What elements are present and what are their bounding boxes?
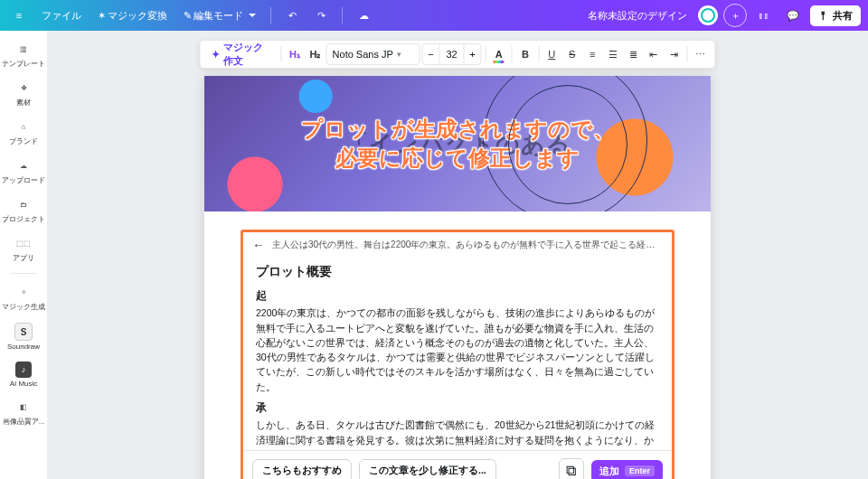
rail-apps[interactable]: ⬚⬚ アプリ xyxy=(0,230,47,268)
comment-icon[interactable]: 💬 xyxy=(781,4,805,27)
divider xyxy=(538,46,539,62)
divider xyxy=(512,46,513,62)
rail-upload[interactable]: ☁ アップロード xyxy=(0,153,47,190)
magic-write-label: マジック作文 xyxy=(223,41,272,68)
magic-write-button[interactable]: ✦ マジック作文 xyxy=(206,44,278,64)
undo-button[interactable]: ↶ xyxy=(280,4,304,27)
divider xyxy=(270,7,271,23)
recommend-button[interactable]: こちらもおすすめ xyxy=(252,459,352,479)
font-family-label: Noto Sans JP xyxy=(333,49,393,60)
rail-elements[interactable]: ❖ 素材 xyxy=(0,75,47,112)
instruction-overlay: プロットが生成されますので、 必要に応じて修正します xyxy=(204,76,711,211)
section-sho-body: しかし、ある日、タケルは古びた図書館で偶然にも、20世紀から21世紀初頭にかけて… xyxy=(256,418,659,450)
ai-music-icon: ♪ xyxy=(15,362,32,378)
h1-button[interactable]: H₁ xyxy=(286,43,304,65)
rail-image-quality-label: 画像品質ア... xyxy=(3,417,45,427)
page-banner: 「インパクトのある プロットが生成されますので、 必要に応じて修正します xyxy=(204,76,711,211)
section-sho-heading: 承 xyxy=(256,399,659,417)
rail-brand[interactable]: ⌂ ブランド xyxy=(0,114,47,151)
divider xyxy=(281,46,282,62)
rail-project[interactable]: 🗀 プロジェクト xyxy=(0,192,47,229)
folder-icon: 🗀 xyxy=(15,196,32,212)
rail-upload-label: アップロード xyxy=(2,175,45,185)
section-ki-heading: 起 xyxy=(256,287,659,305)
add-button-label: 追加 xyxy=(599,465,619,478)
wand-icon: ✦ xyxy=(212,49,220,61)
add-member-button[interactable]: ＋ xyxy=(723,4,747,27)
redo-button[interactable]: ↷ xyxy=(309,4,333,27)
rail-elements-label: 素材 xyxy=(16,98,31,108)
rail-brand-label: ブランド xyxy=(9,136,38,146)
rail-template[interactable]: ▥ テンプレート xyxy=(0,36,47,73)
divider xyxy=(486,46,486,62)
font-family-select[interactable]: Noto Sans JP ▾ xyxy=(326,43,420,65)
pencil-icon: ✎ xyxy=(184,10,192,22)
upload-cloud-icon: ☁ xyxy=(15,157,32,174)
rail-soundraw[interactable]: S Soundraw xyxy=(0,318,47,355)
image-quality-icon: ◧ xyxy=(15,399,32,415)
file-menu[interactable]: ファイル xyxy=(36,5,87,26)
font-size-incr[interactable]: + xyxy=(465,49,481,60)
indent-decrease-button[interactable]: ⇤ xyxy=(644,43,662,65)
panel-footer: こちらもおすすめ この文章を少し修正する... ⧉ 追加 Enter xyxy=(243,450,672,479)
list-bullet-button[interactable]: ☰ xyxy=(603,43,621,65)
share-label: 共有 xyxy=(833,9,853,23)
rail-apps-label: アプリ xyxy=(13,253,34,263)
menu-icon[interactable]: ≡ xyxy=(7,4,31,27)
copy-button[interactable]: ⧉ xyxy=(559,458,584,479)
rail-project-label: プロジェクト xyxy=(2,214,45,224)
sparkle-icon: ✶ xyxy=(98,10,106,22)
magic-switch-label: マジック変換 xyxy=(108,9,167,23)
magic-switch-button[interactable]: ✶ マジック変換 xyxy=(92,5,173,26)
rail-magic-gen[interactable]: ✧ マジック生成 xyxy=(0,279,47,316)
strike-button[interactable]: S xyxy=(563,43,581,65)
soundraw-icon: S xyxy=(14,323,33,341)
instruction-overlay-line1: プロットが生成されますので、 xyxy=(301,115,615,144)
magic-write-panel: ← 主人公は30代の男性。舞台は2200年の東京。あらゆるものが無料で手に入る世… xyxy=(241,230,675,479)
brand-icon: ⌂ xyxy=(15,118,32,135)
indent-increase-button[interactable]: ⇥ xyxy=(665,43,683,65)
rail-ai-music[interactable]: ♪ AI Music xyxy=(0,357,47,392)
font-size-decr[interactable]: − xyxy=(423,49,439,60)
list-number-button[interactable]: ≣ xyxy=(624,43,642,65)
bold-button[interactable]: B xyxy=(516,43,534,65)
instruction-overlay-line2: 必要に応じて修正します xyxy=(335,144,580,173)
format-toolbar: ✦ マジック作文 H₁ H₂ Noto Sans JP ▾ − 32 + A B… xyxy=(200,40,716,69)
brand-avatar[interactable] xyxy=(698,5,718,25)
cloud-sync-icon[interactable]: ☁ xyxy=(352,4,375,27)
elements-icon: ❖ xyxy=(15,80,32,96)
apps-icon: ⬚⬚ xyxy=(15,235,32,251)
design-name[interactable]: 名称未設定のデザイン xyxy=(582,5,693,26)
edit-mode-dropdown[interactable]: ✎ 編集モード xyxy=(178,5,261,26)
underline-button[interactable]: U xyxy=(542,43,561,65)
left-rail: ▥ テンプレート ❖ 素材 ⌂ ブランド ☁ アップロード 🗀 プロジェクト ⬚… xyxy=(0,31,48,479)
font-size-stepper: − 32 + xyxy=(422,43,482,65)
rail-template-label: テンプレート xyxy=(2,59,45,69)
enter-hint: Enter xyxy=(625,465,655,476)
plot-title: プロット概要 xyxy=(256,262,659,282)
rail-magic-gen-label: マジック生成 xyxy=(2,302,45,312)
upload-icon: ⭱ xyxy=(818,10,828,21)
section-ki-body: 2200年の東京は、かつての都市の面影を残しながらも、技術の進歩によりあらゆるも… xyxy=(256,305,659,394)
align-button[interactable]: ≡ xyxy=(583,43,601,65)
panel-body[interactable]: プロット概要 起 2200年の東京は、かつての都市の面影を残しながらも、技術の進… xyxy=(243,257,672,450)
document-page: 「インパクトのある プロットが生成されますので、 必要に応じて修正します ← 主… xyxy=(204,76,711,479)
divider xyxy=(342,7,343,23)
template-icon: ▥ xyxy=(15,41,32,57)
add-button[interactable]: 追加 Enter xyxy=(591,460,663,480)
rail-image-quality[interactable]: ◧ 画像品質ア... xyxy=(0,394,47,431)
text-color-button[interactable]: A xyxy=(489,43,507,65)
divider xyxy=(686,46,687,62)
back-button[interactable]: ← xyxy=(252,238,265,252)
edit-mode-label: 編集モード xyxy=(193,9,243,23)
rail-ai-music-label: AI Music xyxy=(10,380,38,388)
share-button[interactable]: ⭱ 共有 xyxy=(810,5,861,26)
h2-button[interactable]: H₂ xyxy=(306,43,324,65)
copy-icon: ⧉ xyxy=(566,463,576,479)
more-button[interactable]: ⋯ xyxy=(691,43,709,65)
magic-icon: ✧ xyxy=(15,284,32,300)
modify-button[interactable]: この文章を少し修正する... xyxy=(359,459,496,479)
rail-soundraw-label: Soundraw xyxy=(7,343,40,351)
font-size-value[interactable]: 32 xyxy=(439,44,465,64)
analytics-icon[interactable]: ⫾⫾ xyxy=(752,4,776,27)
